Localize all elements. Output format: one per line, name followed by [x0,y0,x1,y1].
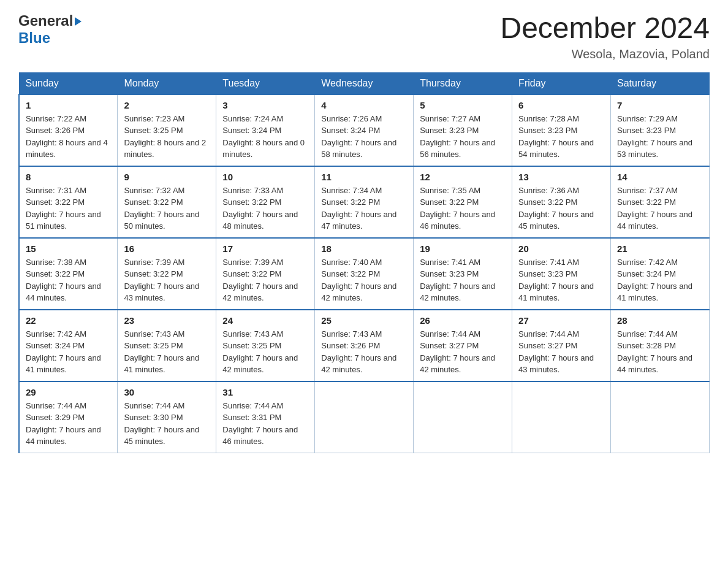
header-sunday: Sunday [19,72,118,94]
day-number: 11 [321,172,407,182]
calendar-cell: 27 Sunrise: 7:44 AMSunset: 3:27 PMDaylig… [512,310,611,381]
day-number: 25 [321,315,407,326]
day-number: 21 [617,243,703,254]
calendar-cell: 22 Sunrise: 7:42 AMSunset: 3:24 PMDaylig… [19,310,118,381]
day-info: Sunrise: 7:39 AMSunset: 3:22 PMDaylight:… [222,256,308,304]
location-title: Wesola, Mazovia, Poland [500,47,710,61]
day-info: Sunrise: 7:41 AMSunset: 3:23 PMDaylight:… [518,256,604,304]
calendar-cell: 24 Sunrise: 7:43 AMSunset: 3:25 PMDaylig… [216,310,315,381]
day-info: Sunrise: 7:34 AMSunset: 3:22 PMDaylight:… [321,185,407,232]
calendar-cell: 2 Sunrise: 7:23 AMSunset: 3:25 PMDayligh… [118,94,216,166]
day-info: Sunrise: 7:43 AMSunset: 3:25 PMDaylight:… [222,328,308,376]
calendar-cell: 23 Sunrise: 7:43 AMSunset: 3:25 PMDaylig… [118,310,216,381]
day-number: 3 [222,100,308,110]
calendar-cell: 18 Sunrise: 7:40 AMSunset: 3:22 PMDaylig… [315,238,414,310]
header-saturday: Saturday [611,72,710,94]
day-info: Sunrise: 7:44 AMSunset: 3:29 PMDaylight:… [26,400,111,448]
day-number: 24 [222,315,308,326]
day-info: Sunrise: 7:32 AMSunset: 3:22 PMDaylight:… [124,185,210,232]
calendar-cell: 16 Sunrise: 7:39 AMSunset: 3:22 PMDaylig… [118,238,216,310]
day-number: 5 [420,100,506,110]
day-number: 17 [222,243,308,254]
logo-arrow-icon [75,17,82,26]
calendar-cell [611,381,710,453]
calendar-cell: 29 Sunrise: 7:44 AMSunset: 3:29 PMDaylig… [19,381,118,453]
day-number: 4 [321,100,407,110]
calendar-cell: 28 Sunrise: 7:44 AMSunset: 3:28 PMDaylig… [611,310,710,381]
day-info: Sunrise: 7:44 AMSunset: 3:27 PMDaylight:… [420,328,506,376]
logo-general: General [18,12,73,29]
title-block: December 2024 Wesola, Mazovia, Poland [500,12,710,61]
day-number: 15 [26,243,111,254]
day-number: 19 [420,243,506,254]
logo-blue: Blue [18,29,50,46]
calendar-week-row: 8 Sunrise: 7:31 AMSunset: 3:22 PMDayligh… [19,166,710,238]
day-info: Sunrise: 7:28 AMSunset: 3:23 PMDaylight:… [518,113,604,161]
calendar-cell: 3 Sunrise: 7:24 AMSunset: 3:24 PMDayligh… [216,94,315,166]
day-number: 20 [518,243,604,254]
calendar-cell [512,381,611,453]
calendar-cell: 6 Sunrise: 7:28 AMSunset: 3:23 PMDayligh… [512,94,611,166]
day-number: 29 [26,387,111,397]
calendar-cell: 31 Sunrise: 7:44 AMSunset: 3:31 PMDaylig… [216,381,315,453]
calendar-cell: 7 Sunrise: 7:29 AMSunset: 3:23 PMDayligh… [611,94,710,166]
day-info: Sunrise: 7:38 AMSunset: 3:22 PMDaylight:… [26,256,111,304]
day-number: 22 [26,315,111,326]
day-info: Sunrise: 7:43 AMSunset: 3:26 PMDaylight:… [321,328,407,376]
month-title: December 2024 [500,12,710,45]
calendar-cell: 14 Sunrise: 7:37 AMSunset: 3:22 PMDaylig… [611,166,710,238]
calendar-cell: 4 Sunrise: 7:26 AMSunset: 3:24 PMDayligh… [315,94,414,166]
day-info: Sunrise: 7:39 AMSunset: 3:22 PMDaylight:… [124,256,210,304]
day-number: 8 [26,172,111,182]
calendar-cell: 9 Sunrise: 7:32 AMSunset: 3:22 PMDayligh… [118,166,216,238]
day-number: 14 [617,172,703,182]
day-number: 31 [222,387,308,397]
day-info: Sunrise: 7:44 AMSunset: 3:31 PMDaylight:… [222,400,308,448]
day-info: Sunrise: 7:27 AMSunset: 3:23 PMDaylight:… [420,113,506,161]
day-number: 13 [518,172,604,182]
day-info: Sunrise: 7:31 AMSunset: 3:22 PMDaylight:… [26,185,111,232]
day-info: Sunrise: 7:44 AMSunset: 3:30 PMDaylight:… [124,400,210,448]
header-wednesday: Wednesday [315,72,414,94]
day-info: Sunrise: 7:41 AMSunset: 3:23 PMDaylight:… [420,256,506,304]
calendar-week-row: 15 Sunrise: 7:38 AMSunset: 3:22 PMDaylig… [19,238,710,310]
calendar-cell: 19 Sunrise: 7:41 AMSunset: 3:23 PMDaylig… [414,238,512,310]
day-info: Sunrise: 7:29 AMSunset: 3:23 PMDaylight:… [617,113,703,161]
calendar-week-row: 1 Sunrise: 7:22 AMSunset: 3:26 PMDayligh… [19,94,710,166]
day-info: Sunrise: 7:22 AMSunset: 3:26 PMDaylight:… [26,113,111,161]
day-info: Sunrise: 7:26 AMSunset: 3:24 PMDaylight:… [321,113,407,161]
calendar-cell: 20 Sunrise: 7:41 AMSunset: 3:23 PMDaylig… [512,238,611,310]
calendar-table: SundayMondayTuesdayWednesdayThursdayFrid… [18,72,710,453]
day-number: 18 [321,243,407,254]
calendar-cell: 25 Sunrise: 7:43 AMSunset: 3:26 PMDaylig… [315,310,414,381]
calendar-cell: 26 Sunrise: 7:44 AMSunset: 3:27 PMDaylig… [414,310,512,381]
day-info: Sunrise: 7:44 AMSunset: 3:27 PMDaylight:… [518,328,604,376]
day-info: Sunrise: 7:44 AMSunset: 3:28 PMDaylight:… [617,328,703,376]
header-monday: Monday [118,72,216,94]
calendar-week-row: 22 Sunrise: 7:42 AMSunset: 3:24 PMDaylig… [19,310,710,381]
header-thursday: Thursday [414,72,512,94]
header-tuesday: Tuesday [216,72,315,94]
calendar-cell [315,381,414,453]
day-info: Sunrise: 7:24 AMSunset: 3:24 PMDaylight:… [222,113,308,161]
calendar-cell: 13 Sunrise: 7:36 AMSunset: 3:22 PMDaylig… [512,166,611,238]
day-info: Sunrise: 7:42 AMSunset: 3:24 PMDaylight:… [617,256,703,304]
calendar-cell: 5 Sunrise: 7:27 AMSunset: 3:23 PMDayligh… [414,94,512,166]
day-number: 2 [124,100,210,110]
day-info: Sunrise: 7:35 AMSunset: 3:22 PMDaylight:… [420,185,506,232]
day-info: Sunrise: 7:40 AMSunset: 3:22 PMDaylight:… [321,256,407,304]
calendar-cell: 15 Sunrise: 7:38 AMSunset: 3:22 PMDaylig… [19,238,118,310]
day-number: 10 [222,172,308,182]
page-header: General Blue December 2024 Wesola, Mazov… [18,12,710,61]
day-number: 16 [124,243,210,254]
day-number: 12 [420,172,506,182]
calendar-cell: 10 Sunrise: 7:33 AMSunset: 3:22 PMDaylig… [216,166,315,238]
day-number: 6 [518,100,604,110]
logo: General Blue [18,12,82,47]
header-friday: Friday [512,72,611,94]
day-info: Sunrise: 7:43 AMSunset: 3:25 PMDaylight:… [124,328,210,376]
day-number: 30 [124,387,210,397]
calendar-cell: 1 Sunrise: 7:22 AMSunset: 3:26 PMDayligh… [19,94,118,166]
calendar-cell: 30 Sunrise: 7:44 AMSunset: 3:30 PMDaylig… [118,381,216,453]
day-number: 27 [518,315,604,326]
